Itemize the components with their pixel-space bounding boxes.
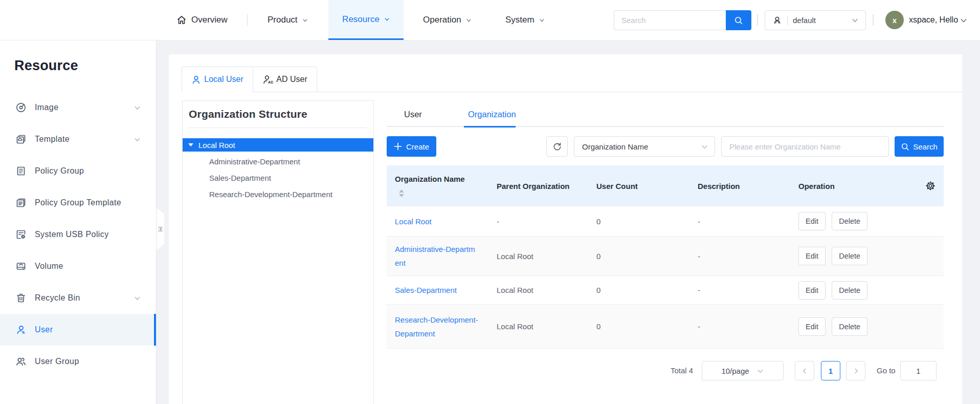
cell-description: -	[689, 322, 790, 331]
sidebar-item-template[interactable]: Template	[0, 123, 156, 155]
column-settings[interactable]	[890, 181, 944, 191]
avatar-letter: x	[893, 16, 897, 25]
tab-label: User	[404, 110, 422, 119]
gear-icon[interactable]	[925, 181, 936, 191]
goto-label: Go to	[877, 361, 896, 380]
page-size-select[interactable]: 10/page	[702, 361, 784, 380]
delete-button[interactable]: Delete	[832, 281, 867, 300]
goto-page-input[interactable]	[900, 361, 937, 380]
tenant-select[interactable]: default	[765, 10, 866, 30]
edit-button[interactable]: Edit	[798, 317, 826, 336]
cell-organization-name[interactable]: Sales-Department	[387, 283, 488, 297]
nav-item-resource[interactable]: Resource	[328, 0, 404, 40]
sidebar-item-user[interactable]: User	[0, 314, 156, 346]
tree-node-label: Administrative-Department	[209, 157, 300, 166]
avatar[interactable]: x	[885, 11, 904, 29]
create-label: Create	[406, 142, 429, 151]
caret-down-icon[interactable]	[188, 143, 193, 146]
cell-parent-organization: Local Root	[488, 322, 588, 331]
sidebar-item-label: Template	[35, 135, 70, 144]
tree-node-child[interactable]: Administrative-Department	[183, 155, 373, 168]
edit-button[interactable]: Edit	[798, 212, 826, 230]
create-button[interactable]: Create	[387, 136, 436, 157]
organization-link[interactable]: Administrative-Department	[395, 245, 475, 267]
tab-organization[interactable]: Organization	[468, 102, 516, 126]
chevron-down-icon	[302, 17, 308, 23]
tree-node-label: Research-Development-Department	[209, 190, 332, 199]
column-label: User Count	[596, 182, 638, 190]
sidebar-item-policy-group-template[interactable]: Policy Group Template	[0, 187, 156, 219]
sidebar-item-policy-group[interactable]: Policy Group	[0, 155, 156, 187]
sidebar-item-label: Image	[35, 103, 58, 112]
organization-structure-title: Organization Structure	[189, 101, 307, 127]
user-menu[interactable]: xspace, Hello	[909, 0, 958, 40]
refresh-button[interactable]	[546, 136, 568, 157]
organization-link[interactable]: Research-Development-Department	[395, 315, 478, 338]
column-header-organization-name[interactable]: Organization Name	[387, 175, 488, 197]
nav-item-operation[interactable]: Operation	[423, 0, 472, 40]
previous-page-button[interactable]	[795, 361, 814, 380]
nav-item-system[interactable]: System	[505, 0, 545, 40]
user-name-label: xspace, Hello	[909, 15, 958, 25]
image-icon	[15, 102, 27, 113]
cell-organization-name[interactable]: Administrative-Department	[387, 242, 488, 270]
nav-item-product[interactable]: Product	[268, 0, 308, 40]
system-usb-policy-icon	[15, 229, 27, 240]
search-button[interactable]	[726, 10, 751, 30]
delete-button[interactable]: Delete	[832, 247, 867, 265]
column-header-user-count: User Count	[588, 182, 689, 190]
search-label: Search	[913, 142, 938, 151]
refresh-icon	[552, 142, 562, 152]
sidebar: Resource Image Template Policy Group	[0, 40, 157, 404]
tree-node-child[interactable]: Research-Development-Department	[183, 187, 373, 201]
edit-button[interactable]: Edit	[798, 247, 826, 265]
edit-button[interactable]: Edit	[798, 281, 826, 300]
tab-local-user[interactable]: Local User	[182, 67, 253, 92]
chevron-down-icon	[134, 136, 141, 143]
delete-button[interactable]: Delete	[832, 317, 867, 336]
tab-user[interactable]: User	[404, 102, 422, 126]
sidebar-item-user-group[interactable]: User Group	[0, 346, 156, 377]
tree-node-child[interactable]: Sales-Department	[183, 171, 373, 184]
sidebar-collapse-handle[interactable]	[157, 208, 164, 250]
sidebar-item-system-usb-policy[interactable]: System USB Policy	[0, 219, 156, 250]
column-label: Organization Name	[395, 175, 480, 183]
policy-group-template-icon	[15, 197, 27, 208]
tab-ad-user[interactable]: AD AD User	[253, 67, 317, 92]
organization-structure-panel: Organization Structure Local Root Admini…	[182, 100, 374, 404]
sidebar-item-recycle-bin[interactable]: Recycle Bin	[0, 282, 156, 314]
sidebar-item-volume[interactable]: Volume	[0, 250, 156, 282]
nav-item-label: Overview	[191, 15, 228, 25]
pagination-total: Total 4	[671, 361, 693, 380]
tree-node-label: Sales-Department	[209, 174, 271, 182]
recycle-bin-icon	[15, 292, 27, 304]
cell-user-count: 0	[588, 322, 689, 331]
tree-node-root[interactable]: Local Root	[183, 138, 373, 152]
cell-description: -	[689, 252, 790, 261]
pagination: Total 4 10/page 1 Go to	[671, 361, 937, 380]
filter-field-select[interactable]: Organization Name	[574, 136, 715, 157]
sidebar-item-label: User	[35, 325, 53, 334]
delete-button[interactable]: Delete	[832, 212, 867, 230]
top-navbar: Overview Product Resource Operation Syst…	[0, 0, 980, 40]
tenant-separator	[787, 16, 788, 25]
organization-link[interactable]: Sales-Department	[395, 286, 457, 294]
nav-item-overview[interactable]: Overview	[176, 0, 228, 40]
sidebar-item-image[interactable]: Image	[0, 92, 156, 123]
cell-organization-name[interactable]: Research-Development-Department	[387, 313, 488, 341]
organization-link[interactable]: Local Root	[395, 217, 432, 226]
chevron-down-icon	[701, 143, 708, 151]
sort-icon[interactable]	[399, 189, 405, 197]
local-user-icon	[191, 75, 201, 84]
nav-item-label: System	[505, 15, 534, 25]
table-search-button[interactable]: Search	[895, 136, 944, 157]
search-icon	[901, 142, 909, 151]
page-number-button[interactable]: 1	[821, 361, 840, 380]
search-input[interactable]	[614, 10, 726, 30]
cell-organization-name[interactable]: Local Root	[387, 215, 488, 228]
next-page-button[interactable]	[846, 361, 865, 380]
filter-value-input[interactable]	[721, 136, 889, 157]
policy-group-icon	[15, 165, 27, 177]
chevron-down-icon[interactable]	[960, 17, 968, 24]
tab-label: Local User	[204, 75, 243, 84]
